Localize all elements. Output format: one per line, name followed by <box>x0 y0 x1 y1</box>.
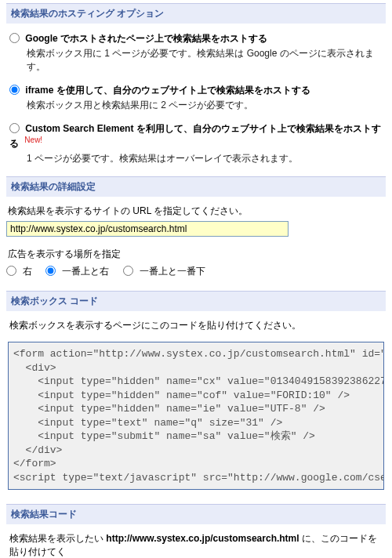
ad-option-top-right-radio[interactable] <box>45 266 56 276</box>
hosting-options-group: Google でホストされたページ上で検索結果をホストする 検索ボックス用に 1… <box>9 31 383 165</box>
hosting-option-iframe-radio[interactable] <box>9 85 20 95</box>
new-badge: New! <box>24 136 42 144</box>
searchbox-code-box[interactable]: <form action="http://www.systex.co.jp/cu… <box>8 342 384 490</box>
ad-option-right-label[interactable]: 右 <box>23 266 32 277</box>
results-code-header: 検索結果コード <box>6 504 386 524</box>
results-code-desc: 検索結果を表示したい http://www.systex.co.jp/custo… <box>9 532 383 558</box>
ad-location-group: 右 一番上と右 一番上と一番下 <box>6 264 386 278</box>
hosting-option-cse-desc: 1 ページが必要です。検索結果はオーバーレイで表示されます。 <box>27 152 383 165</box>
hosting-option-cse-radio[interactable] <box>9 123 20 133</box>
ad-option-top-bottom-label[interactable]: 一番上と一番下 <box>140 266 205 277</box>
results-desc-pre: 検索結果を表示したい <box>9 533 106 544</box>
hosting-option-google-label[interactable]: Google でホストされたページ上で検索結果をホストする <box>25 33 267 44</box>
hosting-option-iframe-label[interactable]: iframe を使用して、自分のウェブサイト上で検索結果をホストする <box>25 85 310 96</box>
hosting-option-google-radio[interactable] <box>9 33 20 43</box>
hosting-option-cse-label[interactable]: Custom Search Element を利用して、自分のウェブサイト上で検… <box>9 123 381 149</box>
ad-option-top-right-label[interactable]: 一番上と右 <box>62 266 109 277</box>
hosting-option-google-desc: 検索ボックス用に 1 ページが必要です。検索結果は Google のページに表示… <box>27 47 383 74</box>
ad-option-top-bottom-radio[interactable] <box>123 266 133 276</box>
detail-settings-header: 検索結果の詳細設定 <box>6 176 386 197</box>
results-url-input[interactable] <box>6 221 289 237</box>
hosting-options-header: 検索結果のホスティング オプション <box>6 3 386 24</box>
hosting-option-iframe-desc: 検索ボックス用と検索結果用に 2 ページが必要です。 <box>27 99 383 112</box>
ad-location-label: 広告を表示する場所を指定 <box>8 248 386 261</box>
searchbox-code-desc: 検索ボックスを表示するページにこのコードを貼り付けてください。 <box>9 319 383 332</box>
searchbox-code-header: 検索ボックス コード <box>6 291 386 311</box>
results-desc-url: http://www.systex.co.jp/customsearch.htm… <box>106 533 299 544</box>
ad-option-right-radio[interactable] <box>6 266 16 276</box>
url-label: 検索結果を表示するサイトの URL を指定してください。 <box>8 205 386 218</box>
